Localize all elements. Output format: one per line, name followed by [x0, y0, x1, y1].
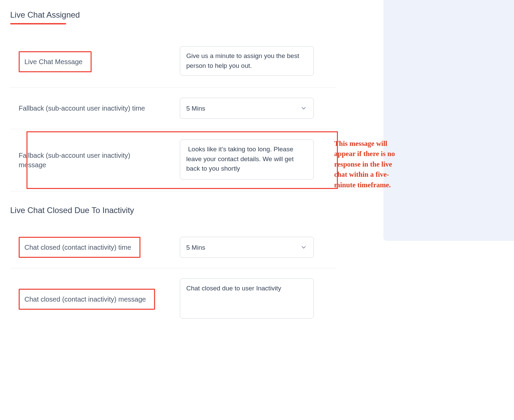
annotation-note: This message will appear if there is no … [334, 138, 405, 190]
label-closed-message: Chat closed (contact inactivity) message [24, 295, 146, 303]
fallback-message-input[interactable] [180, 139, 314, 179]
section-heading-text: Live Chat Closed Due To Inactivity [10, 206, 134, 215]
live-chat-message-input[interactable] [180, 46, 314, 76]
row-closed-message: Chat closed (contact inactivity) message [10, 268, 336, 330]
highlight-closed-time-label: Chat closed (contact inactivity) time [19, 237, 140, 258]
decorative-panel [383, 0, 514, 241]
section-heading-assigned: Live Chat Assigned [10, 10, 80, 20]
label-closed-time: Chat closed (contact inactivity) time [24, 244, 131, 251]
section-heading-text: Live Chat Assigned [10, 10, 80, 19]
fallback-time-select[interactable]: 5 Mins [180, 98, 314, 119]
row-fallback-time: Fallback (sub-account user inactivity) t… [10, 88, 336, 129]
closed-message-input[interactable] [180, 279, 314, 319]
row-fallback-message: Fallback (sub-account user inactivity) m… [10, 129, 336, 191]
label-live-chat-message: Live Chat Message [24, 58, 82, 65]
highlight-live-chat-message-label: Live Chat Message [19, 51, 92, 72]
heading-underline [10, 23, 66, 24]
label-fallback-message: Fallback (sub-account user inactivity) m… [19, 151, 151, 170]
highlight-closed-message-label: Chat closed (contact inactivity) message [19, 289, 155, 310]
closed-time-select[interactable]: 5 Mins [180, 237, 314, 258]
row-live-chat-message: Live Chat Message [10, 36, 336, 88]
section-heading-closed: Live Chat Closed Due To Inactivity [10, 206, 134, 215]
row-closed-time: Chat closed (contact inactivity) time 5 … [10, 227, 336, 268]
label-fallback-time: Fallback (sub-account user inactivity) t… [19, 104, 145, 112]
